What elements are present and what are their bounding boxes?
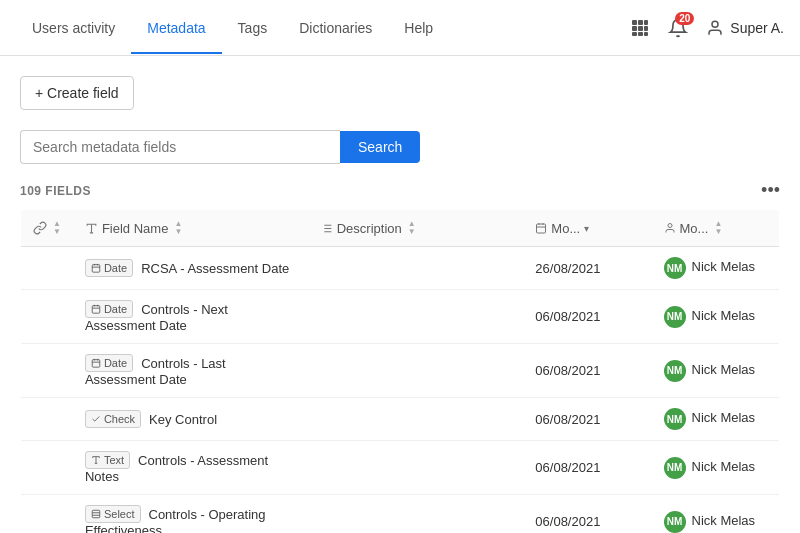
svg-rect-6 <box>632 32 637 36</box>
svg-point-9 <box>712 21 718 27</box>
type-badge-label: Select <box>104 508 135 520</box>
user-menu[interactable]: Super A. <box>706 19 784 37</box>
top-nav: Users activity Metadata Tags Dictionarie… <box>16 2 630 54</box>
field-name-value[interactable]: Key Control <box>149 412 217 427</box>
th-modified-by-label: Mo... <box>680 221 709 236</box>
header: Users activity Metadata Tags Dictionarie… <box>0 0 800 56</box>
cell-modified-by: NMNick Melas <box>652 344 780 398</box>
modified-by-sort[interactable]: ▲ ▼ <box>714 220 722 236</box>
header-right: 20 Super A. <box>630 16 784 40</box>
type-badge-label: Date <box>104 357 127 369</box>
modified-by-name: Nick Melas <box>692 308 756 323</box>
field-name-sort[interactable]: ▲ ▼ <box>174 220 182 236</box>
description-sort[interactable]: ▲ ▼ <box>408 220 416 236</box>
user-name: Super A. <box>730 20 784 36</box>
cell-description <box>308 441 524 495</box>
cell-description <box>308 398 524 441</box>
notifications-bell[interactable]: 20 <box>666 16 690 40</box>
cell-description <box>308 344 524 398</box>
type-badge-label: Date <box>104 262 127 274</box>
cell-modified-date: 06/08/2021 <box>523 495 651 534</box>
th-link: ▲ ▼ <box>21 210 73 247</box>
fields-table: ▲ ▼ Field Name ▲ ▼ <box>20 209 780 533</box>
cell-field-name: CheckKey Control <box>73 398 308 441</box>
modified-date-dropdown-icon[interactable]: ▾ <box>584 223 589 234</box>
cell-modified-by: NMNick Melas <box>652 441 780 495</box>
svg-rect-5 <box>644 26 648 31</box>
modified-by-name: Nick Melas <box>692 362 756 377</box>
notification-count: 20 <box>675 12 694 25</box>
svg-rect-18 <box>537 224 546 233</box>
search-button[interactable]: Search <box>340 131 420 163</box>
svg-rect-3 <box>632 26 637 31</box>
user-avatar-icon <box>706 19 724 37</box>
cell-link <box>21 247 73 290</box>
cell-field-name: DateControls - Next Assessment Date <box>73 290 308 344</box>
cell-link <box>21 495 73 534</box>
nav-metadata[interactable]: Metadata <box>131 2 221 54</box>
table-row: TextControls - Assessment Notes06/08/202… <box>21 441 780 495</box>
search-input[interactable] <box>20 130 340 164</box>
cell-field-name: SelectControls - Operating Effectiveness <box>73 495 308 534</box>
modified-by-name: Nick Melas <box>692 410 756 425</box>
avatar: NM <box>664 408 686 430</box>
create-field-button[interactable]: + Create field <box>20 76 134 110</box>
modified-date-col-icon <box>535 222 547 234</box>
svg-rect-27 <box>92 306 100 314</box>
nav-dictionaries[interactable]: Dictionaries <box>283 2 388 54</box>
modified-by-name: Nick Melas <box>692 459 756 474</box>
cell-field-name: TextControls - Assessment Notes <box>73 441 308 495</box>
cell-modified-by: NMNick Melas <box>652 247 780 290</box>
cell-modified-by: NMNick Melas <box>652 290 780 344</box>
cell-field-name: DateRCSA - Assessment Date <box>73 247 308 290</box>
main-content: + Create field Search 109 FIELDS ••• ▲ <box>0 56 800 533</box>
avatar: NM <box>664 511 686 533</box>
avatar: NM <box>664 257 686 279</box>
th-field-name: Field Name ▲ ▼ <box>73 210 308 247</box>
type-badge: Text <box>85 451 130 469</box>
fields-count: 109 FIELDS <box>20 184 91 198</box>
cell-link <box>21 441 73 495</box>
avatar: NM <box>664 306 686 328</box>
type-badge: Date <box>85 354 133 372</box>
cell-link <box>21 290 73 344</box>
search-row: Search <box>20 130 780 164</box>
svg-rect-2 <box>644 20 648 25</box>
svg-rect-0 <box>632 20 637 25</box>
modified-by-name: Nick Melas <box>692 259 756 274</box>
type-badge-label: Date <box>104 303 127 315</box>
table-row: SelectControls - Operating Effectiveness… <box>21 495 780 534</box>
cell-modified-date: 06/08/2021 <box>523 441 651 495</box>
cell-description <box>308 290 524 344</box>
cell-modified-by: NMNick Melas <box>652 398 780 441</box>
th-field-name-label: Field Name <box>102 221 168 236</box>
cell-field-name: DateControls - Last Assessment Date <box>73 344 308 398</box>
cell-description <box>308 495 524 534</box>
nav-users-activity[interactable]: Users activity <box>16 2 131 54</box>
nav-help[interactable]: Help <box>388 2 449 54</box>
fields-header: 109 FIELDS ••• <box>20 180 780 201</box>
nav-tags[interactable]: Tags <box>222 2 284 54</box>
svg-rect-1 <box>638 20 643 25</box>
type-badge: Check <box>85 410 141 428</box>
cell-description <box>308 247 524 290</box>
modified-by-name: Nick Melas <box>692 513 756 528</box>
cell-modified-by: NMNick Melas <box>652 495 780 534</box>
th-description-label: Description <box>337 221 402 236</box>
table-row: DateControls - Next Assessment Date06/08… <box>21 290 780 344</box>
grid-icon[interactable] <box>630 18 650 38</box>
cell-modified-date: 26/08/2021 <box>523 247 651 290</box>
type-badge-label: Check <box>104 413 135 425</box>
th-description: Description ▲ ▼ <box>308 210 524 247</box>
table-row: CheckKey Control06/08/2021NMNick Melas <box>21 398 780 441</box>
more-options-icon[interactable]: ••• <box>761 180 780 201</box>
table-row: DateControls - Last Assessment Date06/08… <box>21 344 780 398</box>
field-name-value[interactable]: RCSA - Assessment Date <box>141 261 289 276</box>
table-header-row: ▲ ▼ Field Name ▲ ▼ <box>21 210 780 247</box>
avatar: NM <box>664 457 686 479</box>
svg-rect-31 <box>92 360 100 368</box>
table-row: DateRCSA - Assessment Date26/08/2021NMNi… <box>21 247 780 290</box>
cell-modified-date: 06/08/2021 <box>523 398 651 441</box>
link-sort[interactable]: ▲ ▼ <box>53 220 61 236</box>
cell-modified-date: 06/08/2021 <box>523 290 651 344</box>
